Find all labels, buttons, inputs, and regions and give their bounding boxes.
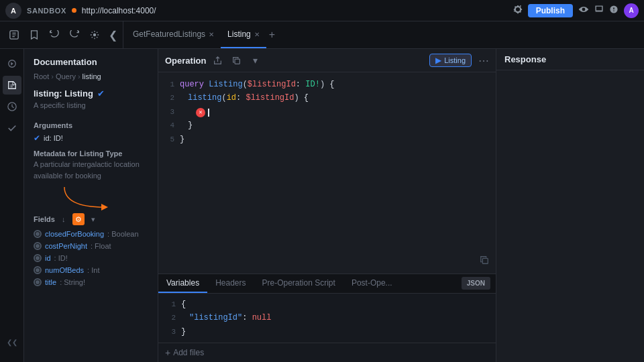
tab-post-operation[interactable]: Post-Ope... <box>343 274 400 293</box>
sidebar-bottom: ❮❮ <box>3 330 21 357</box>
var-line-3: 3 } <box>165 325 489 339</box>
arg-id-text: id: ID! <box>44 134 63 142</box>
op-copy-icon[interactable] <box>229 53 244 68</box>
sidebar-item-collapse[interactable]: ❮❮ <box>3 333 21 351</box>
publish-button[interactable]: Publish <box>528 4 573 17</box>
op-expand-icon[interactable]: ▾ <box>248 53 262 68</box>
code-line-1: 1 query Listing($listingId: ID!) { <box>164 78 490 91</box>
arguments-title: Arguments <box>24 116 158 132</box>
fields-row: Fields ↓ ⚙ ▾ <box>24 210 158 228</box>
tab-close-icon[interactable]: ✕ <box>209 31 214 38</box>
json-badge[interactable]: JSON <box>462 277 490 290</box>
bottom-tabs: Variables Headers Pre-Operation Script P… <box>158 274 496 362</box>
response-title: Response <box>504 54 546 64</box>
op-more-icon[interactable]: ⋯ <box>478 54 489 67</box>
fields-label: Fields <box>34 215 55 223</box>
config-icon[interactable] <box>86 26 103 44</box>
operation-panel: Operation ▾ ▶ Listing ⋯ 1 que <box>158 49 496 362</box>
variables-editor[interactable]: 1 { 2 "listingId": null 3 } <box>158 294 496 343</box>
user-avatar[interactable]: A <box>624 3 639 18</box>
doc-panel: Documentation Root › Query › listing lis… <box>24 49 158 362</box>
chat-icon[interactable] <box>594 5 604 16</box>
code-line-5: 5 } <box>164 133 490 146</box>
field-item-numOfBeds[interactable]: numOfBeds: Int <box>24 264 158 276</box>
app-logo: A <box>5 3 21 19</box>
listing-desc: A specific listing <box>24 100 158 116</box>
field-item-title[interactable]: title: String! <box>24 276 158 288</box>
topbar: A SANDBOX http://localhost:4000/ Publish… <box>0 0 644 21</box>
fields-sort-icon[interactable]: ↓ <box>58 213 70 225</box>
run-label: Listing <box>444 56 466 64</box>
sidebar-item-check[interactable] <box>3 119 21 137</box>
metadata-section: Metadata for Listing Type A particular i… <box>24 144 158 184</box>
add-icon: + <box>165 347 170 358</box>
response-panel: Response <box>496 49 644 362</box>
redo-icon[interactable] <box>66 26 83 44</box>
svg-marker-3 <box>101 204 108 210</box>
collapse-sidebar-icon[interactable]: ❮ <box>109 29 117 42</box>
tabs-section: GetFeaturedListings ✕ Listing ✕ + <box>123 21 644 48</box>
add-files-label: Add files <box>173 348 204 357</box>
breadcrumb-root[interactable]: Root <box>34 72 49 80</box>
tab-variables[interactable]: Variables <box>158 274 207 293</box>
toolbar-left: ❮ <box>0 21 123 48</box>
svg-point-1 <box>93 34 96 36</box>
metadata-title: Metadata for Listing Type <box>34 149 148 158</box>
operation-header: Operation ▾ ▶ Listing ⋯ <box>158 49 496 72</box>
op-run-button[interactable]: ▶ Listing <box>429 54 472 67</box>
op-share-icon[interactable] <box>210 53 225 68</box>
operation-title: Operation <box>165 56 206 66</box>
code-editor[interactable]: 1 query Listing($listingId: ID!) { 2 lis… <box>158 72 496 152</box>
arrow-annotation <box>58 184 158 210</box>
tab-pre-operation[interactable]: Pre-Operation Script <box>254 274 343 293</box>
undo-icon[interactable] <box>46 26 63 44</box>
field-icon-id <box>34 254 42 262</box>
field-icon-title <box>34 278 42 286</box>
tab-listing[interactable]: Listing ✕ <box>221 21 266 48</box>
topbar-right-icons: A <box>578 3 639 18</box>
field-icon-costPerNight <box>34 242 42 250</box>
code-line-2: 2 listing(id: $listingId) { <box>164 91 490 105</box>
tab-get-featured-listings[interactable]: GetFeaturedListings ✕ <box>126 21 221 48</box>
code-editor-area[interactable]: 1 query Listing($listingId: ID!) { 2 lis… <box>158 72 496 274</box>
svg-rect-4 <box>235 59 239 64</box>
fields-filter-highlighted-icon[interactable]: ⚙ <box>72 213 85 225</box>
field-item-closedForBooking[interactable]: closedForBooking: Boolean <box>24 228 158 240</box>
run-play-icon: ▶ <box>435 56 441 65</box>
verified-icon: ✔ <box>97 88 105 99</box>
url-bar[interactable]: http://localhost:4000/ <box>82 6 508 15</box>
code-line-4: 4 } <box>164 119 490 132</box>
field-item-id[interactable]: id: ID! <box>24 252 158 264</box>
svg-rect-5 <box>482 258 488 263</box>
app-wrapper: A SANDBOX http://localhost:4000/ Publish… <box>0 0 644 362</box>
settings-icon[interactable] <box>513 5 523 16</box>
tab-listing-close-icon[interactable]: ✕ <box>254 31 260 38</box>
help-icon[interactable] <box>609 5 619 16</box>
error-indicator: ✕ <box>196 108 205 117</box>
env-label: SANDBOX <box>27 7 66 15</box>
sidebar-item-query[interactable] <box>3 54 21 73</box>
icon-sidebar: ❮❮ <box>0 49 24 362</box>
unsaved-dot <box>72 8 76 13</box>
add-tab-icon[interactable]: + <box>269 29 275 41</box>
metadata-desc: A particular intergalactic location avai… <box>34 159 148 181</box>
response-header: Response <box>496 49 644 70</box>
fields-expand-icon[interactable]: ▾ <box>87 213 99 225</box>
toolbar-tabs-row: ❮ GetFeaturedListings ✕ Listing ✕ + <box>0 21 644 49</box>
schema-icon[interactable] <box>5 26 23 44</box>
listing-title: listing: Listing <box>34 88 93 99</box>
copy-floating-icon[interactable] <box>480 255 489 267</box>
field-icon-numOfBeds <box>34 266 42 274</box>
breadcrumb-query[interactable]: Query <box>56 72 76 80</box>
eye-icon[interactable] <box>578 5 589 16</box>
sidebar-item-doc[interactable] <box>3 76 21 95</box>
sidebar-item-history[interactable] <box>3 97 21 116</box>
tab-headers[interactable]: Headers <box>207 274 254 293</box>
add-files-row[interactable]: + Add files <box>158 343 496 362</box>
var-line-2: 2 "listingId": null <box>165 311 489 324</box>
bottom-tabs-bar: Variables Headers Pre-Operation Script P… <box>158 274 496 294</box>
doc-panel-title: Documentation <box>24 49 158 72</box>
field-item-costPerNight[interactable]: costPerNight: Float <box>24 240 158 252</box>
breadcrumb-current: listing <box>83 72 101 80</box>
bookmark-icon[interactable] <box>25 26 43 44</box>
